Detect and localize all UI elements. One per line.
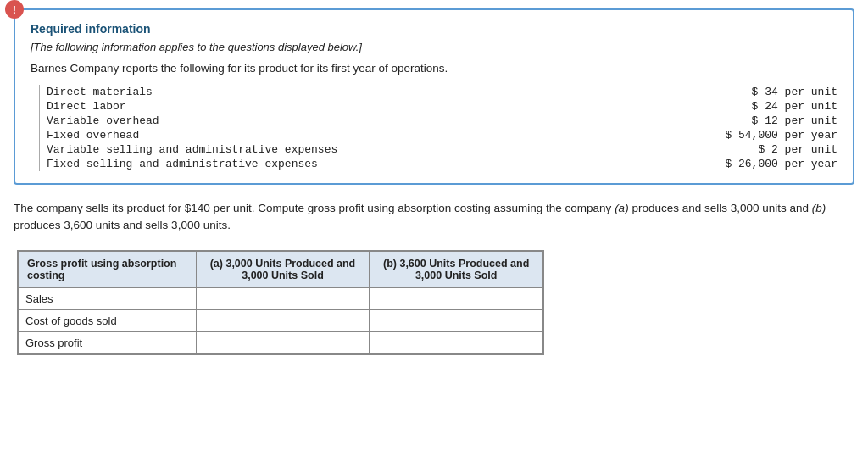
col-b-input-1[interactable] xyxy=(373,312,539,330)
gross-profit-table: Gross profit using absorption costing (a… xyxy=(17,250,544,355)
col-a-input-0[interactable] xyxy=(200,290,366,308)
info-box: ! Required information [The following in… xyxy=(14,8,854,185)
col-a-cell[interactable] xyxy=(196,287,370,309)
col-b-input-0[interactable] xyxy=(373,290,539,308)
row-label: Gross profit xyxy=(19,331,197,353)
table-col-b-header: (b) 3,600 Units Produced and 3,000 Units… xyxy=(370,251,543,287)
cost-row: Variable overhead$ 12 per unit xyxy=(39,114,837,128)
col-b-cell[interactable] xyxy=(370,331,543,353)
info-title: Required information xyxy=(31,22,837,36)
cost-table: Direct materials$ 34 per unitDirect labo… xyxy=(31,85,837,171)
table-col-a-header: (a) 3,000 Units Produced and 3,000 Units… xyxy=(196,251,370,287)
col-b-input-2[interactable] xyxy=(373,334,539,352)
row-label: Cost of goods sold xyxy=(19,309,197,331)
info-subtitle: [The following information applies to th… xyxy=(31,41,837,53)
col-a-input-2[interactable] xyxy=(200,334,366,352)
info-description: Barnes Company reports the following for… xyxy=(31,62,837,75)
cost-row: Direct materials$ 34 per unit xyxy=(39,85,837,99)
question-text: The company sells its product for $140 p… xyxy=(14,200,854,235)
cost-value: $ 24 per unit xyxy=(685,100,837,113)
cost-label: Direct labor xyxy=(47,100,685,113)
table-header-label: Gross profit using absorption costing xyxy=(19,251,197,287)
cost-label: Variable overhead xyxy=(47,114,685,127)
cost-label: Fixed overhead xyxy=(47,129,685,142)
table-row: Gross profit xyxy=(19,331,543,353)
cost-value: $ 2 per unit xyxy=(685,143,837,156)
cost-value: $ 26,000 per year xyxy=(685,158,837,170)
table-row: Cost of goods sold xyxy=(19,309,543,331)
cost-value: $ 34 per unit xyxy=(685,86,837,98)
cost-value: $ 54,000 per year xyxy=(685,129,837,142)
cost-label: Fixed selling and administrative expense… xyxy=(47,158,685,170)
cost-value: $ 12 per unit xyxy=(685,114,837,127)
cost-row: Fixed overhead$ 54,000 per year xyxy=(39,128,837,142)
col-a-cell[interactable] xyxy=(196,309,370,331)
col-b-cell[interactable] xyxy=(370,287,543,309)
cost-row: Direct labor$ 24 per unit xyxy=(39,99,837,114)
cost-label: Variable selling and administrative expe… xyxy=(47,143,685,156)
cost-row: Fixed selling and administrative expense… xyxy=(39,157,837,171)
col-b-cell[interactable] xyxy=(370,309,543,331)
alert-icon: ! xyxy=(5,0,24,19)
cost-label: Direct materials xyxy=(47,86,685,98)
table-row: Sales xyxy=(19,287,543,309)
row-label: Sales xyxy=(19,287,197,309)
col-a-input-1[interactable] xyxy=(200,312,366,330)
cost-row: Variable selling and administrative expe… xyxy=(39,142,837,157)
col-a-cell[interactable] xyxy=(196,331,370,353)
